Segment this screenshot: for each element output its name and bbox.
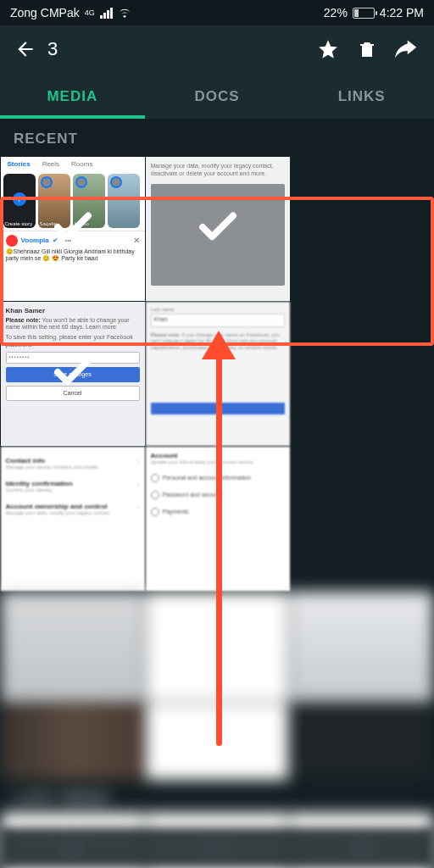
thumb5-i1s: Manage your phone numbers and emails (6, 465, 140, 470)
thumb5-i2: Identity confirmation (6, 480, 140, 487)
signal-icon (100, 8, 113, 19)
thumb-4[interactable]: Last name Khan Please note: If you chang… (146, 302, 290, 446)
thumb5-i3: Account ownership and control (6, 503, 140, 510)
check-icon (50, 204, 96, 253)
thumb5-i2s: Confirm your identity (6, 487, 140, 492)
screen: Zong CMPak 4G 22% 4:22 PM 3 M (0, 0, 434, 868)
thumb4-note-label: Please note: (151, 332, 181, 337)
thumb5-i3s: Manage your data, modify your legacy con… (6, 510, 140, 515)
nav-recents-icon[interactable] (352, 837, 372, 858)
thumb6-l1: Personal and account information (163, 474, 251, 480)
star-button[interactable] (309, 38, 348, 60)
thumb-5[interactable]: ›Contact infoManage your phone numbers a… (1, 447, 145, 591)
thumb6-sub: Update your info to keep your account se… (151, 459, 285, 465)
section-recent: RECENT (0, 119, 434, 156)
tab-bar: MEDIA DOCS LINKS (0, 73, 434, 119)
battery-icon (353, 8, 375, 19)
thumb4-lastname: Khan (151, 314, 285, 327)
selection-count: 3 (47, 38, 58, 60)
wifi-icon (118, 6, 131, 20)
thumb1-card-create: Create story (5, 221, 34, 226)
thumb5-i1: Contact info (6, 457, 140, 465)
thumb1-post-name: Voompla (21, 236, 49, 244)
thumb1-tab-reels: Reels (42, 160, 59, 168)
battery-percent: 22% (324, 6, 348, 19)
forward-button[interactable] (387, 39, 426, 59)
clock: 4:22 PM (380, 6, 424, 19)
thumb1-tab-stories: Stories (8, 160, 31, 168)
thumb3-save-text: To save this setting, please enter your … (6, 334, 140, 349)
thumb1-tab-rooms: Rooms (71, 160, 92, 168)
check-icon (195, 204, 241, 253)
blurred-lower-grid: LAST WEEK (0, 591, 434, 868)
android-nav-bar (0, 827, 434, 868)
nav-back-icon[interactable] (62, 837, 82, 858)
thumb3-name: Khan Samer (6, 307, 140, 314)
network-badge: 4G (85, 9, 95, 16)
app-bar: 3 (0, 25, 434, 73)
thumb-selected-2[interactable]: Manage your data, modify your legacy con… (146, 157, 290, 301)
thumb-6[interactable]: Account Update your info to keep your ac… (146, 447, 290, 591)
thumb6-hd: Account (151, 452, 285, 459)
tab-links[interactable]: LINKS (289, 73, 434, 119)
thumb6-l3: Payments (163, 508, 189, 514)
thumb-selected-1[interactable]: Stories Reels Rooms +Create story Saqafa… (1, 157, 145, 301)
nav-home-icon[interactable] (207, 837, 227, 858)
media-grid[interactable]: Stories Reels Rooms +Create story Saqafa… (0, 156, 434, 591)
thumb4-lastname-label: Last name (151, 307, 285, 312)
tab-media[interactable]: MEDIA (0, 73, 145, 119)
thumb2-desc: Manage your data, modify your legacy con… (151, 162, 285, 177)
status-bar: Zong CMPak 4G 22% 4:22 PM (0, 0, 434, 25)
delete-button[interactable] (348, 39, 387, 59)
thumb3-note-label: Please note: (6, 317, 41, 323)
thumb-selected-3[interactable]: Khan Samer Please note: You won't be abl… (1, 302, 145, 446)
carrier-label: Zong CMPak (10, 6, 80, 19)
section-last-week: LAST WEEK (0, 781, 434, 812)
tab-docs[interactable]: DOCS (145, 73, 290, 119)
back-button[interactable] (8, 38, 42, 60)
check-icon (50, 349, 96, 398)
thumb6-l2: Password and security (163, 491, 222, 497)
status-left: Zong CMPak 4G (10, 6, 131, 20)
status-right: 22% 4:22 PM (324, 6, 424, 19)
